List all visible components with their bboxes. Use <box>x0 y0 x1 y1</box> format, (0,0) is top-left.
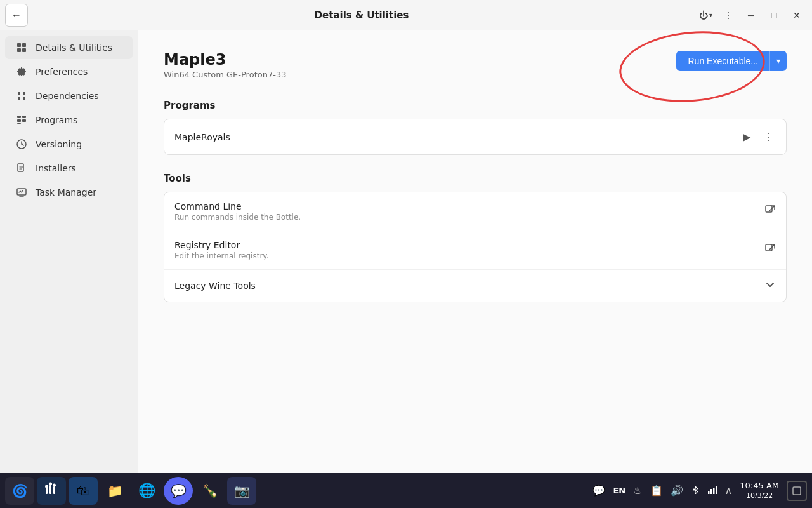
svg-point-19 <box>53 484 56 487</box>
taskbar-app-mixer[interactable] <box>37 477 66 505</box>
svg-rect-2 <box>17 48 21 52</box>
run-executable-group: Run Executable... ▾ <box>676 51 787 71</box>
taskbar-app-bottles[interactable]: 🍾 <box>195 477 225 505</box>
sidebar-item-versioning[interactable]: Versioning <box>5 133 133 156</box>
tool-row-legacy[interactable]: Legacy Wine Tools <box>164 270 786 302</box>
show-desktop-button[interactable] <box>787 481 807 501</box>
maximize-button[interactable]: □ <box>764 5 784 25</box>
details-icon <box>15 43 28 53</box>
taskbar-app-whalebird[interactable]: 🌀 <box>5 477 34 505</box>
play-button[interactable]: ▶ <box>740 128 753 145</box>
program-row: MapleRoyals ▶ ⋮ <box>164 119 786 154</box>
svg-rect-7 <box>22 119 26 122</box>
sidebar-item-installers[interactable]: Installers <box>5 157 133 180</box>
app-subtitle: Win64 Custom GE-Proton7-33 <box>164 70 286 79</box>
programs-icon <box>15 115 28 125</box>
sidebar-item-installers-label: Installers <box>36 163 76 173</box>
dropdown-arrow-icon: ▾ <box>776 57 780 65</box>
system-tray-expand[interactable]: ∧ <box>725 485 733 497</box>
tool-commandline-desc: Run commands inside the Bottle. <box>174 213 764 222</box>
taskbar-app-screenshot[interactable]: 📷 <box>227 477 256 505</box>
svg-rect-14 <box>46 488 48 494</box>
back-button[interactable]: ← <box>5 4 28 27</box>
date-display: 10/3/22 <box>740 491 779 500</box>
clipboard-icon[interactable]: 📋 <box>650 485 663 497</box>
svg-rect-6 <box>17 119 21 122</box>
taskbar-app-store[interactable]: 🛍 <box>69 477 98 505</box>
run-executable-dropdown[interactable]: ▾ <box>769 51 787 71</box>
bluetooth-icon[interactable] <box>691 485 700 497</box>
minimize-button[interactable]: ─ <box>741 5 761 25</box>
svg-point-18 <box>49 483 52 486</box>
svg-rect-15 <box>49 485 51 494</box>
taskbar-app-discord[interactable]: 💬 <box>164 477 193 505</box>
chevron-down-icon: ▾ <box>709 11 712 18</box>
close-icon: ✕ <box>793 10 801 20</box>
svg-rect-0 <box>17 43 21 47</box>
title-bar: ← Details & Utilities ⏻ ▾ ⋮ ─ □ ✕ <box>0 0 812 30</box>
tool-registry-desc: Edit the internal registry. <box>174 251 764 260</box>
svg-point-17 <box>45 485 48 488</box>
more-options-button[interactable]: ⋮ <box>761 128 776 145</box>
svg-rect-8 <box>17 123 21 124</box>
chevron-down-legacy-icon <box>764 279 776 293</box>
clock: 10:45 AM 10/3/22 <box>740 481 779 500</box>
tool-row-commandline[interactable]: Command Line Run commands inside the Bot… <box>164 192 786 231</box>
more-icon: ⋮ <box>763 131 773 143</box>
network-icon[interactable] <box>707 485 717 497</box>
language-badge[interactable]: EN <box>613 486 625 495</box>
svg-rect-24 <box>793 487 801 495</box>
dependencies-icon <box>15 91 28 101</box>
tool-row-registry[interactable]: Registry Editor Edit the internal regist… <box>164 231 786 270</box>
svg-rect-20 <box>708 491 710 494</box>
programs-section-title: Programs <box>164 100 787 111</box>
external-link-icon <box>764 204 776 218</box>
sidebar-item-taskmanager[interactable]: Task Manager <box>5 181 133 204</box>
time-display: 10:45 AM <box>740 481 779 491</box>
run-executable-button[interactable]: Run Executable... <box>676 51 769 71</box>
sidebar-item-programs[interactable]: Programs <box>5 109 133 131</box>
taskbar-app-files[interactable]: 📁 <box>100 477 129 505</box>
play-icon: ▶ <box>743 131 750 143</box>
taskbar-right: 💬 EN ♨ 📋 🔊 ∧ 10:45 AM 10/3/22 <box>593 481 807 501</box>
taskbar-app-chrome[interactable]: 🌐 <box>132 477 161 505</box>
sidebar-item-details[interactable]: Details & Utilities <box>5 36 133 59</box>
app-header: Maple3 Win64 Custom GE-Proton7-33 Run Ex… <box>164 51 787 79</box>
discord-tray-icon[interactable]: 💬 <box>593 485 605 497</box>
tools-section-title: Tools <box>164 173 787 184</box>
menu-button[interactable]: ⋮ <box>718 5 738 25</box>
sidebar-item-taskmanager-label: Task Manager <box>36 187 96 197</box>
taskmanager-icon <box>15 187 28 197</box>
versioning-icon <box>15 139 28 149</box>
main-content: Maple3 Win64 Custom GE-Proton7-33 Run Ex… <box>138 30 812 473</box>
svg-rect-21 <box>710 489 712 494</box>
svg-rect-23 <box>716 486 717 494</box>
external-link-registry-icon <box>764 243 776 257</box>
tool-registry-info: Registry Editor Edit the internal regist… <box>174 240 764 260</box>
svg-rect-5 <box>22 116 26 118</box>
svg-rect-22 <box>713 488 715 494</box>
sidebar-item-preferences-label: Preferences <box>36 67 88 77</box>
tools-list: Command Line Run commands inside the Bot… <box>164 192 787 302</box>
svg-rect-16 <box>53 486 55 494</box>
programs-list: MapleRoyals ▶ ⋮ <box>164 119 787 155</box>
steam-icon[interactable]: ♨ <box>633 485 642 497</box>
sidebar-item-versioning-label: Versioning <box>36 139 82 149</box>
preferences-icon <box>15 67 28 77</box>
sidebar-item-preferences[interactable]: Preferences <box>5 60 133 83</box>
svg-rect-3 <box>22 48 26 52</box>
taskbar: 🌀 🛍 📁 🌐 💬 🍾 📷 💬 EN ♨ 📋 🔊 ∧ 1 <box>0 473 812 508</box>
sidebar-item-details-label: Details & Utilities <box>36 43 112 53</box>
volume-icon[interactable]: 🔊 <box>671 485 683 497</box>
kebab-icon: ⋮ <box>724 10 733 20</box>
sidebar-item-programs-label: Programs <box>36 115 77 125</box>
sidebar-item-dependencies-label: Dependencies <box>36 91 99 101</box>
tool-legacy-name: Legacy Wine Tools <box>174 281 764 291</box>
sidebar-item-dependencies[interactable]: Dependencies <box>5 84 133 107</box>
svg-rect-4 <box>17 116 21 118</box>
close-button[interactable]: ✕ <box>787 5 807 25</box>
tool-legacy-info: Legacy Wine Tools <box>174 281 764 291</box>
power-button[interactable]: ⏻ ▾ <box>695 5 716 25</box>
minimize-icon: ─ <box>748 10 754 20</box>
maximize-icon: □ <box>771 10 776 20</box>
